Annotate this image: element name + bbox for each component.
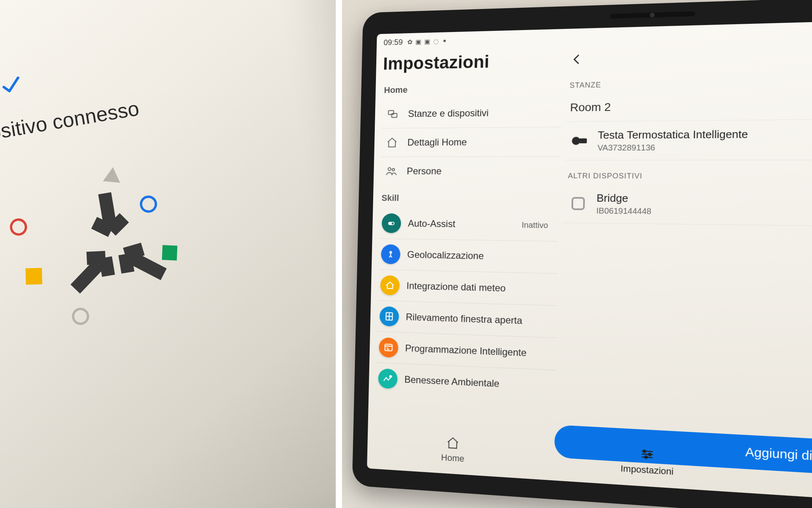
tablet-screen: 09:59 ✿ ▣ ▣ ◌ Impostazioni Home (367, 18, 812, 506)
nav-home-label: Home (441, 452, 465, 464)
main-content: Stanze e Di STANZE Room 2 Testa Termosta… (555, 35, 812, 453)
room-header[interactable]: Room 2 (565, 88, 812, 122)
skill-label: Auto-Assist (408, 218, 515, 231)
svg-rect-11 (579, 139, 587, 144)
left-photo: Dispositivo connesso (0, 0, 336, 508)
skill-label: Programmazione Intelligente (405, 343, 548, 359)
skill-label: Benessere Ambientale (404, 374, 548, 392)
group-other-label: ALTRI DISPOSITIVI (568, 172, 812, 181)
group-rooms-label: STANZE (570, 75, 812, 90)
rooms-icon (384, 105, 401, 123)
people-icon (383, 162, 400, 179)
left-paper-screen: Dispositivo connesso (0, 0, 336, 508)
schedule-icon (379, 337, 398, 357)
svg-point-2 (388, 168, 391, 171)
skill-auto-assist[interactable]: Auto-Assist Inattivo (379, 208, 559, 242)
sidebar-item-label: Persone (407, 165, 552, 177)
sidebar-item-label: Stanze e dispositivi (408, 107, 553, 119)
skill-geolocation[interactable]: Geolocalizzazione (378, 239, 558, 274)
status-icons: ✿ ▣ ▣ ◌ (407, 37, 439, 46)
wifi-status-icon: ◌ (433, 37, 439, 45)
svg-point-14 (648, 453, 651, 456)
settings-sidebar: Impostazioni Home Stanze e dispositivi D… (368, 44, 563, 432)
geolocation-icon (381, 244, 401, 264)
window-icon (379, 306, 399, 327)
svg-rect-8 (385, 344, 392, 351)
device-row-bridge[interactable]: Bridge IB0619144448 (563, 184, 812, 227)
bridge-icon (568, 194, 588, 213)
square-status-icon: ▣ (415, 38, 421, 45)
matter-logo-icon (50, 180, 176, 306)
gear-status-icon: ✿ (407, 38, 412, 45)
nav-settings-label: Impostazioni (620, 463, 673, 477)
svg-rect-0 (388, 110, 394, 114)
nav-home[interactable]: Home (441, 435, 465, 464)
device-code: IB0619144448 (596, 206, 812, 219)
room-name: Room 2 (570, 101, 611, 114)
back-button[interactable] (568, 51, 585, 67)
home-icon (383, 134, 401, 151)
sidebar-item-home-details[interactable]: Dettagli Home (381, 127, 561, 157)
skill-label: Geolocalizzazione (407, 249, 550, 263)
skill-label: Integrazione dati meteo (406, 280, 549, 295)
tablet-frame: 09:59 ✿ ▣ ▣ ◌ Impostazioni Home (352, 0, 812, 508)
sidebar-item-label: Dettagli Home (407, 136, 552, 148)
device-connected-text: Dispositivo connesso (0, 96, 141, 151)
device-title: Bridge (597, 192, 812, 208)
notification-dot-icon (443, 40, 446, 42)
auto-assist-icon (381, 213, 401, 233)
main-title: Stanze e Di (595, 43, 812, 67)
svg-rect-12 (572, 198, 584, 209)
device-row-thermostat[interactable]: Testa Termostatica Intelligente VA373289… (564, 119, 812, 160)
green-square-icon (162, 245, 178, 261)
skill-weather[interactable]: Integrazione dati meteo (378, 270, 558, 306)
section-skill-label: Skill (381, 193, 559, 205)
svg-rect-1 (392, 114, 397, 117)
yellow-square-icon (25, 268, 42, 285)
panel-divider (336, 0, 342, 508)
red-ring-icon (9, 217, 28, 237)
sidebar-item-people[interactable]: Persone (380, 157, 560, 186)
svg-point-6 (389, 251, 392, 254)
nav-settings[interactable]: Impostazioni (620, 446, 674, 477)
grey-ring-icon (71, 306, 91, 326)
section-home-label: Home (384, 82, 561, 96)
device-title: Testa Termostatica Intelligente (598, 126, 812, 142)
svg-point-10 (572, 137, 581, 145)
weather-icon (380, 275, 400, 295)
svg-point-9 (389, 375, 392, 378)
svg-point-15 (645, 456, 647, 458)
svg-point-3 (392, 169, 394, 171)
svg-point-13 (643, 450, 645, 452)
thermostat-icon (569, 131, 589, 151)
status-time: 09:59 (383, 37, 403, 47)
sidebar-title: Impostazioni (383, 50, 562, 74)
checkmark-icon (0, 72, 25, 99)
right-photo: 09:59 ✿ ▣ ▣ ◌ Impostazioni Home (342, 0, 812, 508)
wellbeing-icon (378, 368, 397, 389)
sidebar-item-rooms-devices[interactable]: Stanze e dispositivi (382, 98, 561, 128)
device-code: VA3732891136 (597, 142, 812, 153)
square-status-icon-2: ▣ (424, 37, 430, 45)
skill-label: Rilevamento finestra aperta (406, 311, 548, 327)
skill-status: Inattivo (522, 220, 548, 230)
grey-triangle-icon (103, 166, 121, 183)
